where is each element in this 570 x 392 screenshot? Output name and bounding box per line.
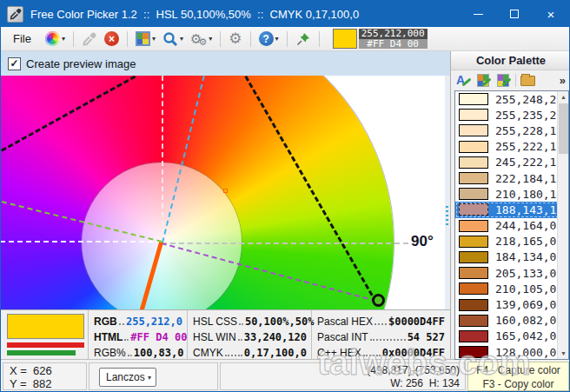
chevron-down-icon: ▾ [209, 36, 212, 43]
hint-capture: F4 - Capture color [468, 363, 568, 377]
info-row: Pascal HEX$0000D4FF [317, 312, 445, 328]
palette-swatch [459, 267, 488, 279]
info-row: HSL CSS50,100%,50% [193, 312, 307, 328]
palette-row[interactable]: 218,165,032 [455, 234, 568, 249]
palette-row[interactable]: 245,222,179 [455, 155, 568, 170]
scroll-up-icon[interactable]: ▲ [558, 91, 569, 103]
chevron-down-icon: ▾ [152, 36, 156, 43]
file-menu[interactable]: File [10, 30, 35, 47]
shortcut-hints: F4 - Capture color F3 - Copy color [467, 362, 569, 391]
dot-leader [363, 355, 381, 356]
palette-swatch [459, 315, 488, 327]
palette-row[interactable]: 255,235,205 [455, 107, 568, 123]
eyedropper-button[interactable] [78, 30, 101, 49]
preview-color-swatch [7, 314, 84, 339]
resample-value: Lanczos [106, 371, 145, 383]
palette-row[interactable]: 128,000,000 [455, 344, 568, 360]
color-wheel-canvas[interactable]: 90° [1, 76, 450, 309]
palette-scrollbar[interactable]: ▲ ▼ [557, 91, 568, 359]
palette-row[interactable]: 255,228,196 [455, 123, 568, 138]
info-label: RGB [94, 316, 117, 328]
current-color-values: 255,212,000 #FF D4 00 [359, 29, 428, 49]
minimize-button[interactable] [460, 1, 496, 27]
capture-coords: (498,817)-(753,950) [221, 364, 460, 377]
palette-grid-icon [136, 31, 150, 46]
info-value: 50,100%,50% [245, 316, 314, 328]
cancel-capture-button[interactable]: × [101, 30, 123, 48]
dot-leader [238, 339, 242, 341]
info-row: HSL WIN33,240,120 [193, 328, 307, 343]
edit-palette-button[interactable] [475, 73, 491, 88]
dot-leader [225, 355, 242, 356]
palette-row[interactable]: 244,164,096 [455, 218, 568, 234]
palette-row[interactable]: 210,105,030 [455, 281, 568, 296]
minimize-icon [474, 14, 483, 15]
info-label: RGB% [94, 347, 126, 359]
title-bar: Free Color Picker 1.2 :: HSL 50,100%,50%… [1, 1, 569, 27]
help-menu-button[interactable]: ? ▾ [255, 30, 282, 48]
palette-row[interactable]: 188,143,143 [455, 202, 568, 217]
open-palette-button[interactable] [520, 73, 536, 88]
info-columns: RGB255,212,0HTML#FF D4 00RGB%100,83,0HSL… [89, 310, 449, 359]
palette-swatch [459, 188, 488, 200]
palette-swatch [459, 282, 488, 295]
resample-select[interactable]: Lanczos ▾ [99, 368, 156, 387]
palette-swatch [459, 156, 488, 169]
palette-swatch [459, 124, 488, 136]
palette-row[interactable]: 210,180,140 [455, 186, 568, 202]
more-tools-chevron[interactable]: » [560, 74, 566, 87]
edit-names-button[interactable]: A [455, 73, 471, 88]
palette-row[interactable]: 184,134,011 [455, 249, 568, 265]
palette-row[interactable]: 139,069,019 [455, 296, 568, 312]
dot-leader [370, 339, 406, 341]
settings-button[interactable]: ⚙ [225, 30, 245, 48]
selection-square-marker [223, 189, 228, 193]
resample-cell: Lanczos ▾ [89, 362, 218, 390]
chevron-down-icon: ▾ [275, 36, 279, 43]
info-label: C++ HEX [317, 347, 361, 359]
axis-ray-right [162, 243, 408, 244]
create-preview-checkbox[interactable]: ✓ [8, 57, 21, 70]
separator [287, 31, 288, 47]
pin-button[interactable] [292, 30, 315, 49]
separator [127, 31, 128, 47]
palette-swatch [459, 203, 488, 216]
palette-swatch [459, 109, 488, 121]
help-icon: ? [259, 31, 274, 46]
info-column: HSL CSS50,100%,50%HSL WIN33,240,120CMYK0… [188, 310, 312, 359]
scrollbar-thumb[interactable] [559, 103, 568, 154]
zoom-menu-button[interactable]: ▾ [159, 30, 187, 49]
axis-ray-up [162, 76, 163, 243]
axis-ray-left [1, 241, 162, 243]
info-value: 0,17,100,0 [244, 347, 307, 359]
palette-swatch [459, 141, 488, 153]
maximize-button[interactable] [496, 1, 533, 27]
preview-swatch-cell [1, 310, 89, 359]
scroll-down-icon[interactable]: ▼ [558, 348, 569, 359]
info-label: Pascal INT [317, 331, 368, 343]
dot-leader [374, 323, 387, 325]
status-bar: X = 626 Y = 882 Lanczos ▾ (498,817)-(753… [1, 359, 570, 392]
cursor-x: X = 626 [10, 364, 86, 377]
palette-swatch [459, 172, 488, 184]
palette-row[interactable]: 205,133,063 [455, 265, 568, 281]
palette-row[interactable]: 255,248,220 [455, 91, 568, 107]
tools-menu-button[interactable]: ⚙ ⚙ ▾ [187, 30, 215, 49]
info-value: 100,83,0 [134, 347, 184, 359]
close-button[interactable]: × [533, 1, 569, 27]
palette-row[interactable]: 165,042,042 [455, 329, 568, 344]
palette-swatch [459, 220, 488, 232]
palette-menu-button[interactable]: ▾ [132, 30, 159, 48]
edit-colors-button[interactable] [495, 73, 511, 88]
color-wheel-button[interactable]: ▾ [42, 30, 69, 48]
main-toolbar: File ▾ × ▾ ▾ ⚙ ⚙ ▾ ⚙ [1, 27, 569, 51]
separator [250, 31, 251, 47]
palette-row[interactable]: 255,222,173 [455, 139, 568, 155]
harmony-point-handle[interactable] [372, 294, 385, 307]
palette-row[interactable]: 160,082,045 [455, 313, 568, 329]
close-icon: × [547, 7, 555, 22]
palette-swatch [459, 93, 488, 105]
palette-row[interactable]: 222,184,135 [455, 170, 568, 186]
dot-leader [239, 323, 243, 325]
info-label: HTML [94, 331, 123, 343]
